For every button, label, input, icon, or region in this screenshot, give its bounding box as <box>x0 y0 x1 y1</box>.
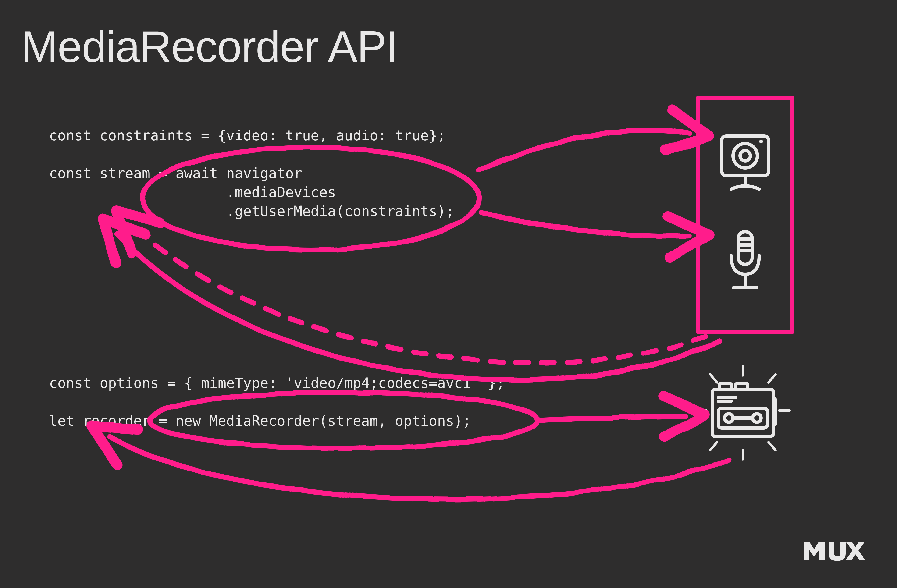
mux-logo <box>801 538 866 565</box>
svg-point-1 <box>733 144 757 168</box>
svg-rect-4 <box>738 232 752 264</box>
svg-rect-19 <box>719 384 731 389</box>
annotation-arrow-return-stream <box>131 224 706 363</box>
annotation-arrow-to-webcam <box>479 130 689 171</box>
svg-point-2 <box>740 151 750 161</box>
svg-line-15 <box>710 442 717 450</box>
slide: MediaRecorder API const constraints = {v… <box>0 0 897 588</box>
webcam-icon <box>717 131 773 193</box>
annotation-arrow-to-mic <box>481 212 689 236</box>
tape-recorder-wrap <box>689 364 796 462</box>
svg-line-16 <box>768 442 776 450</box>
media-devices-box <box>696 96 794 334</box>
annotation-arrow-return-recorder <box>110 437 729 499</box>
code-block-getusermedia: const constraints = {video: true, audio:… <box>49 126 454 221</box>
svg-line-12 <box>768 374 776 382</box>
slide-title: MediaRecorder API <box>21 21 398 72</box>
svg-line-11 <box>710 374 717 382</box>
annotation-arrow-to-recorder <box>537 415 684 420</box>
svg-rect-20 <box>736 384 747 389</box>
svg-point-3 <box>759 140 763 144</box>
tape-recorder-icon <box>689 364 796 463</box>
code-block-mediarecorder: const options = { mimeType: 'video/mp4;c… <box>49 374 505 431</box>
microphone-icon <box>722 228 768 298</box>
annotation-arrow-return-stream-solid <box>117 234 719 380</box>
